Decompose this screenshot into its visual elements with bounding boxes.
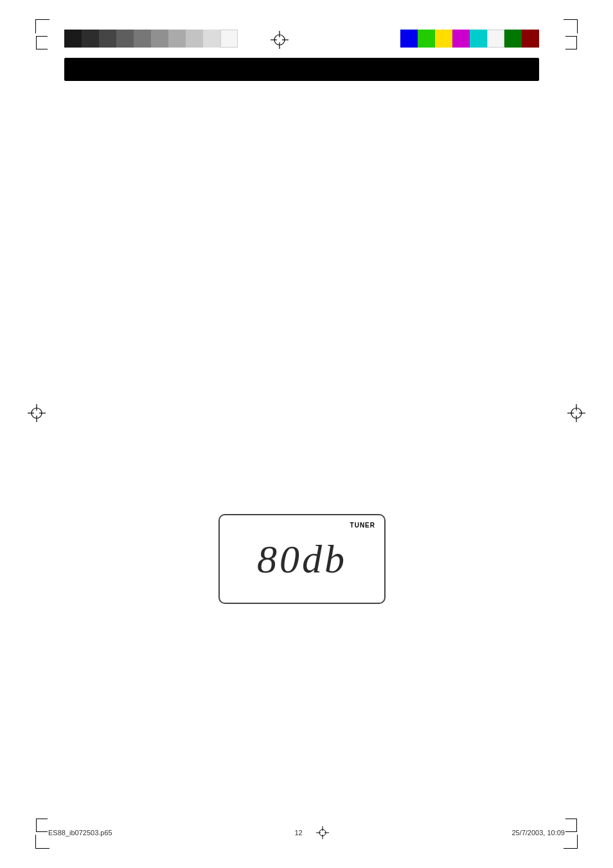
- reg-line-bottom-right-lower: [565, 819, 577, 819]
- color-bar: [400, 30, 539, 48]
- grayscale-bar: [64, 30, 238, 48]
- reg-line-top-left-upper: [36, 36, 48, 37]
- black-header-bar: [64, 58, 539, 81]
- display-digits-text: 80db: [257, 537, 347, 581]
- footer-filename: ES88_ib072503.p65: [48, 829, 112, 837]
- crop-mark-tl-v: [35, 19, 36, 33]
- footer: ES88_ib072503.p65 12 25/7/2003, 10:09: [0, 826, 613, 840]
- tuner-label: TUNER: [350, 522, 375, 529]
- crop-mark-tl-h: [35, 19, 49, 20]
- reg-line-top-left-vert: [36, 36, 37, 49]
- footer-page-number: 12: [294, 829, 302, 837]
- crop-mark-tr-h: [564, 19, 578, 20]
- footer-date: 25/7/2003, 10:09: [511, 829, 565, 837]
- crop-mark-br-h: [564, 848, 578, 849]
- reg-line-top-right-lower: [565, 49, 577, 49]
- reg-line-top-right-upper: [565, 36, 577, 37]
- crosshair-mid-left-icon: [27, 403, 46, 423]
- reg-line-top-left-lower: [36, 49, 48, 49]
- lcd-digits: 80db: [257, 536, 347, 585]
- crop-mark-tr-v: [577, 19, 578, 33]
- crosshair-mid-right-icon: [567, 403, 586, 423]
- reg-line-top-right-vert: [576, 36, 577, 49]
- crosshair-top-center-icon: [270, 30, 289, 49]
- tuner-display: TUNER 80db: [218, 514, 386, 604]
- reg-line-bottom-left-lower: [36, 819, 48, 819]
- crop-mark-bl-h: [35, 848, 49, 849]
- crosshair-bottom-center-icon: [315, 826, 330, 840]
